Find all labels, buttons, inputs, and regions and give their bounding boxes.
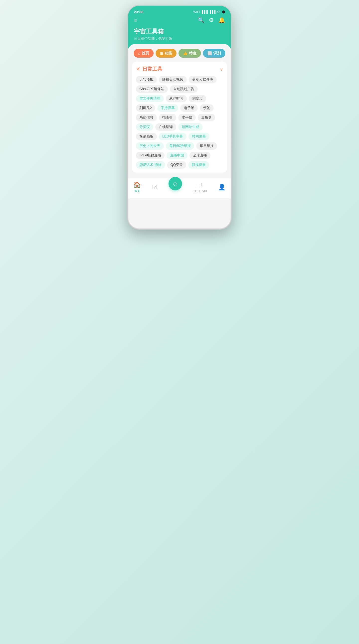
tool-tag[interactable]: 水平仪 xyxy=(178,114,196,121)
tab-home-label: 首页 xyxy=(142,51,149,56)
battery-level: 52 xyxy=(217,10,220,14)
nav-scan[interactable]: ≡+ 扫一扫帮助 xyxy=(193,182,207,193)
camera-notch xyxy=(222,10,225,14)
tab-identify[interactable]: ⬜ 识别 xyxy=(203,49,225,58)
tool-tag[interactable]: 随机美女视频 xyxy=(159,76,187,83)
scan-icon: ≡+ xyxy=(197,182,204,188)
wifi-icon: WiFi xyxy=(193,10,200,14)
settings-icon[interactable]: ⚙ xyxy=(209,17,214,24)
notification-icon[interactable]: 🔔 xyxy=(218,17,225,24)
home-icon: 🏠 xyxy=(133,182,141,188)
tool-tag[interactable]: 直播中国 xyxy=(167,152,187,159)
tool-tag[interactable]: 自动跳过广告 xyxy=(170,85,198,93)
tool-tag[interactable]: 历史上的今天 xyxy=(136,142,164,150)
status-bar: 23:36 WiFi ▐▐▐ ▐▐▐ 52 xyxy=(133,8,226,15)
tab-feature-icon: 👍 xyxy=(183,51,188,56)
section-header: ✳ 日常工具 ∨ xyxy=(136,66,223,72)
tool-tag[interactable]: IPTV电视直播 xyxy=(136,152,165,159)
tab-func-icon: ⊞ xyxy=(160,51,163,56)
tool-tag[interactable]: 刻度尺 xyxy=(189,95,206,102)
tool-tag[interactable]: 刻度尺2 xyxy=(136,104,155,112)
tab-home-icon: ⌂ xyxy=(138,51,140,56)
status-time: 23:36 xyxy=(134,10,143,14)
tool-tag[interactable]: 简易画板 xyxy=(136,133,157,140)
chevron-down-icon[interactable]: ∨ xyxy=(220,66,223,72)
tool-tag[interactable]: 指南针 xyxy=(159,114,176,121)
tool-tag[interactable]: 天气预报 xyxy=(136,76,157,83)
tool-tag[interactable]: 空文件夹清理 xyxy=(136,95,164,102)
nav-profile[interactable]: 👤 xyxy=(218,184,226,191)
tab-identify-label: 识别 xyxy=(213,51,221,56)
tool-tag[interactable]: 影视搜索 xyxy=(188,161,209,169)
tool-tag[interactable]: 恋爱话术-撩妹 xyxy=(136,161,165,169)
tab-feature[interactable]: 👍 特色 xyxy=(179,49,201,58)
tab-func-label: 功能 xyxy=(165,51,172,56)
tool-tag[interactable]: 量角器 xyxy=(198,114,215,121)
sun-icon: ✳ xyxy=(136,66,140,72)
tabs-row: ⌂ 首页 ⊞ 功能 👍 特色 ⬜ 识别 xyxy=(132,49,227,58)
header-area: 23:36 WiFi ▐▐▐ ▐▐▐ 52 ≡ 🔍 ⚙ 🔔 宇宙工具箱 三百多个… xyxy=(128,6,231,48)
daily-tools-card: ✳ 日常工具 ∨ 天气预报随机美女视频蓝奏云软件库ChatGPT镜像站自动跳过广… xyxy=(132,62,227,173)
tab-feature-label: 特色 xyxy=(189,51,196,56)
tool-tag[interactable]: LED手机字幕 xyxy=(159,133,186,140)
profile-icon: 👤 xyxy=(218,184,226,191)
tool-tag[interactable]: 系统信息 xyxy=(136,114,157,121)
phone-frame: 23:36 WiFi ▐▐▐ ▐▐▐ 52 ≡ 🔍 ⚙ 🔔 宇宙工具箱 三百多个… xyxy=(127,5,232,230)
top-nav: ≡ 🔍 ⚙ 🔔 xyxy=(133,15,226,26)
fab-button[interactable]: ◇ xyxy=(169,177,182,190)
app-title: 宇宙工具箱 xyxy=(134,28,225,36)
bottom-nav: 🏠 首页 ☑ ◇ ≡+ 扫一扫帮助 👤 xyxy=(128,178,231,198)
tools-tags: 天气预报随机美女视频蓝奏云软件库ChatGPT镜像站自动跳过广告空文件夹清理悬浮… xyxy=(136,76,223,169)
tool-tag[interactable]: 手持弹幕 xyxy=(157,104,178,112)
nav-scan-label: 扫一扫帮助 xyxy=(193,189,207,193)
signal-icon2: ▐▐▐ xyxy=(209,10,216,14)
section-title: ✳ 日常工具 xyxy=(136,66,162,72)
fab-icon: ◇ xyxy=(173,180,178,187)
nav-home-label: 首页 xyxy=(134,189,140,193)
tool-tag[interactable]: QQ变音 xyxy=(167,161,186,169)
tool-tag[interactable]: 时间屏幕 xyxy=(188,133,209,140)
top-action-icons: 🔍 ⚙ 🔔 xyxy=(198,17,225,24)
tool-tag[interactable]: 悬浮时间 xyxy=(166,95,187,102)
app-subtitle: 三百多个功能，包罗万象 xyxy=(134,36,225,41)
search-icon[interactable]: 🔍 xyxy=(198,17,204,24)
menu-icon[interactable]: ≡ xyxy=(134,17,137,24)
main-content: ⌂ 首页 ⊞ 功能 👍 特色 ⬜ 识别 ✳ 日常工具 xyxy=(128,44,231,178)
tab-identify-icon: ⬜ xyxy=(207,51,212,56)
tool-tag[interactable]: 在线翻译 xyxy=(155,123,176,131)
tool-tag[interactable]: 蓝奏云软件库 xyxy=(189,76,217,83)
bookmark-icon: ☑ xyxy=(152,184,158,191)
nav-bookmark[interactable]: ☑ xyxy=(152,184,158,191)
section-title-text: 日常工具 xyxy=(142,66,162,72)
tab-func[interactable]: ⊞ 功能 xyxy=(156,49,177,58)
tool-tag[interactable]: 短网址生成 xyxy=(178,123,203,131)
tool-tag[interactable]: 便签 xyxy=(200,104,214,112)
nav-home[interactable]: 🏠 首页 xyxy=(133,182,141,193)
tool-tag[interactable]: 分贝仪 xyxy=(136,123,153,131)
tab-home[interactable]: ⌂ 首页 xyxy=(134,49,154,58)
tool-tag[interactable]: 每日60秒早报 xyxy=(166,142,194,150)
signal-icon: ▐▐▐ xyxy=(201,10,208,14)
tool-tag[interactable]: 每日早报 xyxy=(196,142,217,150)
status-icons: WiFi ▐▐▐ ▐▐▐ 52 xyxy=(193,10,225,14)
tool-tag[interactable]: 全球直播 xyxy=(189,152,210,159)
tool-tag[interactable]: 电子琴 xyxy=(180,104,198,112)
tool-tag[interactable]: ChatGPT镜像站 xyxy=(136,85,168,93)
